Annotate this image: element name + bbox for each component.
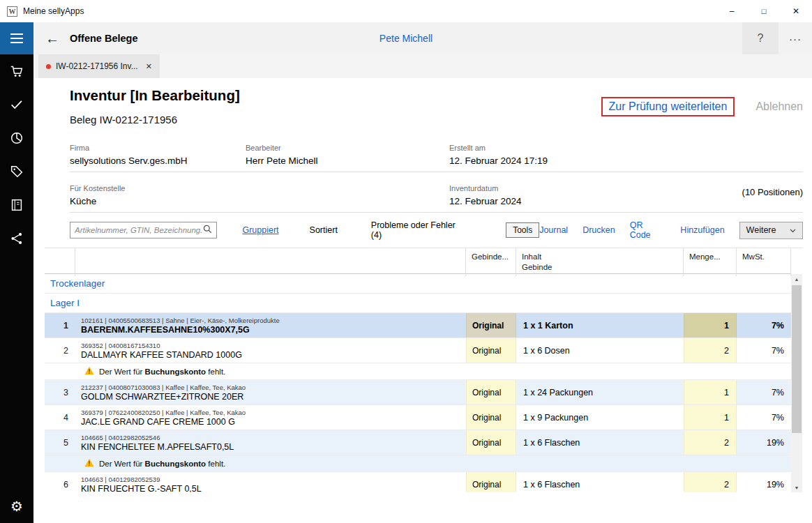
article-cell[interactable]: 104663 | 04012982052539 KIN FRUECHTE G.-… (75, 472, 466, 492)
sidebar-item-reports[interactable] (0, 121, 33, 155)
inhalt-cell[interactable]: 1 x 24 Packungen (516, 380, 684, 404)
main-content: Inventur [In Bearbeitung] Beleg IW-0212-… (33, 78, 812, 523)
field-value: Herr Pete Michell (246, 156, 318, 166)
add-link[interactable]: Hinzufügen (680, 225, 724, 235)
search-icon[interactable] (203, 224, 212, 236)
qr-code-link[interactable]: QR Code (630, 220, 666, 240)
gebinde-cell[interactable]: Original (466, 338, 516, 363)
article-meta: 104663 | 04012982052539 (81, 476, 160, 483)
gebinde-cell[interactable]: Original (466, 313, 516, 338)
field-value: sellysolutions Serv.ges.mbH (70, 156, 188, 166)
share-icon (9, 231, 24, 246)
scroll-up-button[interactable]: ▲ (791, 274, 802, 285)
table-row[interactable]: 2 369352 | 04008167154310 DALLMAYR KAFFE… (45, 338, 791, 363)
field-label: Inventurdatum (449, 184, 522, 192)
search-input[interactable] (75, 226, 203, 234)
article-cell[interactable]: 369379 | 07622400820250 | Kaffee | Kaffe… (75, 405, 466, 430)
sidebar-item-cart[interactable] (0, 54, 33, 88)
table-row[interactable]: 3 212237 | 04008071030083 | Kaffee | Kaf… (45, 380, 791, 405)
app-icon: W (7, 6, 17, 17)
close-button[interactable]: ✕ (780, 0, 812, 22)
group-row-trockenlager[interactable]: Trockenlager (45, 274, 791, 294)
table-row[interactable]: 6 104663 | 04012982052539 KIN FRUECHTE G… (45, 472, 791, 492)
minimize-button[interactable]: – (716, 0, 748, 22)
scrollbar-thumb[interactable] (792, 285, 802, 433)
page-title: Offene Belege (70, 22, 138, 54)
reject-button[interactable]: Ablehnen (755, 100, 803, 113)
col-mwst[interactable]: MwSt. (737, 248, 791, 276)
grouped-link[interactable]: Gruppiert (242, 225, 278, 235)
sidebar-item-journal[interactable] (0, 188, 33, 222)
field-value: Küche (70, 196, 125, 206)
mwst-cell[interactable]: 7% (737, 405, 791, 430)
tools-button[interactable]: Tools (506, 222, 539, 238)
more-options-button[interactable]: ··· (779, 22, 812, 54)
gebinde-cell[interactable]: Original (466, 380, 516, 404)
sidebar-item-tasks[interactable] (0, 88, 33, 121)
print-link[interactable]: Drucken (582, 225, 615, 235)
problems-link[interactable]: Probleme oder Fehler (4) (371, 220, 468, 240)
table-row[interactable]: 1 102161 | 04005500683513 | Sahne | Eier… (45, 313, 791, 338)
menge-cell[interactable]: 1 (684, 380, 737, 404)
mwst-cell[interactable]: 7% (737, 313, 791, 338)
menge-cell[interactable]: 2 (684, 430, 737, 455)
menge-cell[interactable]: 1 (684, 405, 737, 430)
vertical-scrollbar[interactable]: ▲ ▼ (791, 274, 802, 492)
tab-strip: IW-0212-171956 Inv... ✕ (33, 54, 812, 78)
maximize-button[interactable]: □ (748, 0, 780, 22)
sorted-link[interactable]: Sortiert (310, 225, 338, 235)
document-number: Beleg IW-0212-171956 (70, 114, 177, 126)
tag-icon (9, 164, 24, 179)
tab-document[interactable]: IW-0212-171956 Inv... ✕ (38, 54, 160, 78)
field-label: Für Kostenstelle (70, 184, 125, 192)
table-row[interactable]: 5 104665 | 04012982052546 KIN FENCHELTEE… (45, 430, 791, 455)
gear-icon: ⚙ (10, 498, 23, 515)
more-actions-dropdown[interactable]: Weitere (739, 222, 803, 239)
inhalt-cell[interactable]: 1 x 6 Flaschen (516, 472, 684, 492)
article-cell[interactable]: 102161 | 04005500683513 | Sahne | Eier-,… (75, 313, 466, 338)
gebinde-cell[interactable]: Original (466, 430, 516, 455)
article-meta: 212237 | 04008071030083 | Kaffee | Kaffe… (81, 384, 246, 391)
mwst-cell[interactable]: 7% (737, 380, 791, 404)
article-name: GOLDM SCHWARZTEE+ZITRONE 20ER (81, 392, 243, 402)
group-row-lager-i[interactable]: Lager I (45, 294, 791, 313)
menge-cell[interactable]: 2 (684, 472, 737, 492)
article-cell[interactable]: 212237 | 04008071030083 | Kaffee | Kaffe… (75, 380, 466, 404)
sidebar-item-settings[interactable]: ⚙ (0, 491, 33, 522)
gebinde-cell[interactable]: Original (466, 472, 516, 492)
col-inhalt[interactable]: Inhalt Gebinde (516, 248, 684, 276)
hamburger-menu-button[interactable] (0, 22, 33, 54)
gebinde-cell[interactable]: Original (466, 405, 516, 430)
menge-cell[interactable]: 2 (684, 338, 737, 363)
article-cell[interactable]: 369352 | 04008167154310 DALLMAYR KAFFEE … (75, 338, 466, 363)
sidebar-item-share[interactable] (0, 222, 33, 255)
inhalt-cell[interactable]: 1 x 6 Flaschen (516, 430, 684, 455)
help-button[interactable]: ? (742, 22, 779, 54)
journal-link[interactable]: Journal (539, 225, 568, 235)
article-name: DALLMAYR KAFFEE STANDARD 1000G (81, 350, 242, 360)
article-cell[interactable]: 104665 | 04012982052546 KIN FENCHELTEE M… (75, 430, 466, 455)
sidebar-item-prices[interactable] (0, 155, 33, 188)
forward-for-review-button[interactable]: Zur Prüfung weiterleiten (601, 97, 735, 116)
user-name[interactable]: Pete Michell (379, 22, 433, 54)
mwst-cell[interactable]: 19% (737, 472, 791, 492)
menge-cell[interactable]: 1 (684, 313, 737, 338)
col-number[interactable] (45, 248, 75, 276)
positions-table: Gebinde... Inhalt Gebinde Menge... MwSt.… (45, 248, 802, 492)
back-button[interactable]: ← (40, 22, 64, 54)
window-title: Meine sellyApps (23, 6, 84, 16)
field-erstellt-am: Erstellt am 12. Februar 2024 17:19 (449, 144, 548, 166)
tab-close-icon[interactable]: ✕ (146, 62, 152, 71)
article-meta: 369379 | 07622400820250 | Kaffee | Kaffe… (81, 409, 246, 416)
col-gebinde[interactable]: Gebinde... (466, 248, 516, 276)
col-menge[interactable]: Menge... (684, 248, 737, 276)
inhalt-cell[interactable]: 1 x 1 Karton (516, 313, 684, 338)
mwst-cell[interactable]: 7% (737, 338, 791, 363)
inhalt-cell[interactable]: 1 x 9 Packungen (516, 405, 684, 430)
scroll-down-button[interactable]: ▼ (791, 483, 802, 492)
inhalt-cell[interactable]: 1 x 6 Dosen (516, 338, 684, 363)
field-inventurdatum: Inventurdatum 12. Februar 2024 (449, 184, 522, 206)
col-article[interactable] (75, 248, 466, 276)
table-row[interactable]: 4 369379 | 07622400820250 | Kaffee | Kaf… (45, 405, 791, 430)
mwst-cell[interactable]: 19% (737, 430, 791, 455)
